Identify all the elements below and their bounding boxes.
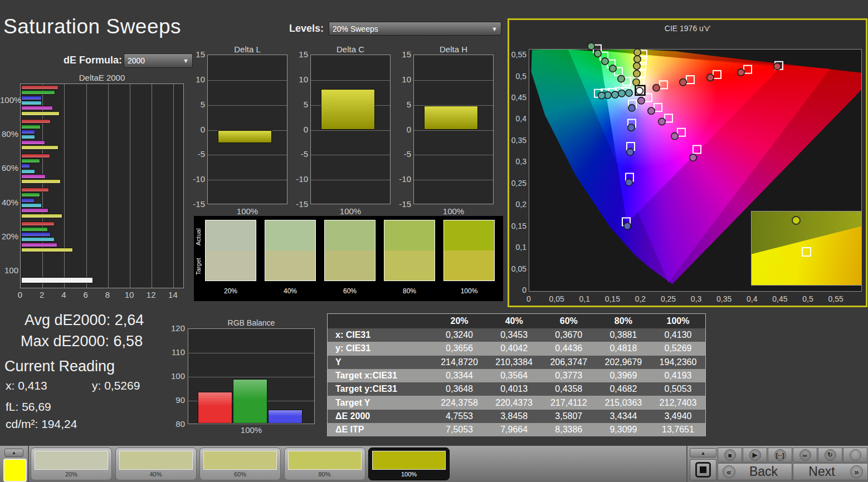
blue-bar xyxy=(21,198,35,203)
delta-c-chart xyxy=(310,55,391,204)
green-measured-point xyxy=(594,50,601,57)
table-cell: 0,4013 xyxy=(487,384,542,394)
table-cell: 0,4042 xyxy=(487,343,542,353)
current-pattern-swatch[interactable] xyxy=(3,459,27,482)
red-target-point xyxy=(713,71,721,78)
table-row: x: CIE310,32400,34530,36700,38810,4130 xyxy=(328,328,705,342)
red-measured-point xyxy=(738,69,744,76)
delta-h-x-label: 100% xyxy=(413,206,494,216)
loop-button[interactable]: ∞ xyxy=(793,447,817,463)
play-icon: ▶ xyxy=(749,449,761,461)
next-button-label: Next xyxy=(793,464,850,479)
window-square-icon xyxy=(695,462,711,478)
gridline xyxy=(173,84,174,288)
next-button[interactable]: Next » xyxy=(793,463,868,480)
y-tick-label: 15 xyxy=(392,50,411,59)
magenta-bar xyxy=(21,208,48,213)
blue-bar xyxy=(21,232,51,237)
yellow-measured-point xyxy=(634,56,641,62)
table-cell: 0,4193 xyxy=(651,371,705,381)
table-cell: 214,8720 xyxy=(432,357,486,367)
swatch-level-label: 100% xyxy=(443,287,495,295)
swatch-level-label: 60% xyxy=(324,287,376,295)
y-tick-label: 5 xyxy=(289,100,308,109)
frame-button[interactable]: [··] xyxy=(768,447,792,463)
blue-measured-point xyxy=(628,124,635,131)
delta-h-bar xyxy=(424,106,478,130)
table-cell: 0,3670 xyxy=(542,330,596,340)
pattern-up-arrow-button[interactable]: ▲ xyxy=(4,449,23,457)
window-up-arrow-button[interactable]: ▲ xyxy=(690,448,716,458)
table-cell: 215,0363 xyxy=(596,398,651,408)
blue-bar xyxy=(21,96,42,100)
target-swatch xyxy=(265,250,315,281)
target-swatch xyxy=(444,250,494,281)
table-cell: 0,4436 xyxy=(542,343,596,353)
red-bar xyxy=(21,154,50,158)
stop-button[interactable]: ■ xyxy=(718,447,742,463)
gridline xyxy=(208,105,287,106)
current-y-value: y: 0,5269 xyxy=(92,379,140,392)
red-target-point xyxy=(744,66,752,73)
magenta-target-point xyxy=(677,129,685,136)
yellow-measured-point xyxy=(633,79,640,86)
gridline xyxy=(152,84,152,288)
cie-x-tick: 0,5 xyxy=(798,294,818,303)
x-tick-label: 0 xyxy=(14,290,26,299)
refresh-button[interactable]: ↻ xyxy=(818,447,842,463)
table-row: Target x:CIE310,33440,35640,37730,39690,… xyxy=(328,369,705,382)
delta-h-chart xyxy=(413,55,494,204)
x-tick-label: 14 xyxy=(167,290,178,299)
x-tick-label: 8 xyxy=(102,290,113,299)
cie-y-tick: 0,1 xyxy=(509,243,526,252)
pattern-swatch xyxy=(288,451,362,470)
cie-y-tick: 0,4 xyxy=(509,114,526,123)
y-tick-label: 0 xyxy=(289,125,308,134)
actual-swatch xyxy=(444,220,494,250)
cie-y-tick: 0,2 xyxy=(509,200,526,209)
up-arrow-icon: ▲ xyxy=(701,450,706,456)
levels-dropdown[interactable]: 20% Sweeps ▼ xyxy=(329,22,501,36)
pattern-button-20%[interactable]: 20% xyxy=(31,447,112,480)
delta-h-title: Delta H xyxy=(413,45,494,54)
rgb-balance-x-label: 100% xyxy=(188,425,315,435)
back-button[interactable]: « Back xyxy=(718,463,792,480)
record-button[interactable] xyxy=(843,447,867,463)
pattern-button-60%[interactable]: 60% xyxy=(199,447,281,480)
table-cell: 0,4130 xyxy=(651,330,705,340)
y-tick-label: 110 xyxy=(165,347,185,357)
pattern-window-button[interactable] xyxy=(690,459,716,480)
magenta-measured-point xyxy=(690,154,696,161)
magenta-bar xyxy=(21,243,57,247)
cie-plot-area xyxy=(529,49,862,292)
pattern-button-100%[interactable]: 100% xyxy=(368,447,450,480)
table-cell: 3,4940 xyxy=(651,411,705,421)
table-row: Target y:CIE310,36480,40130,43580,46820,… xyxy=(328,382,705,396)
row-label: Target Y xyxy=(328,398,432,408)
table-cell: 3,5807 xyxy=(542,411,596,421)
target-swatch xyxy=(325,250,375,281)
white-bar xyxy=(21,277,93,283)
de-formula-dropdown[interactable]: 2000 ▼ xyxy=(124,53,193,68)
y-tick-label: 10 xyxy=(289,75,308,84)
gridline xyxy=(208,155,287,155)
pattern-button-40%[interactable]: 40% xyxy=(115,447,197,480)
pattern-button-80%[interactable]: 80% xyxy=(284,447,365,480)
table-cell: 220,4373 xyxy=(487,398,542,408)
gridline xyxy=(414,180,493,180)
actual-row-label: Actual xyxy=(195,222,204,252)
table-cell: 8,3386 xyxy=(542,425,596,435)
delta-c-bar xyxy=(321,89,375,130)
gridline xyxy=(188,353,314,353)
magenta-bar xyxy=(21,140,45,145)
green-bar xyxy=(21,193,40,197)
yellow-measured-point xyxy=(633,62,640,69)
y-tick-label: -15 xyxy=(392,199,411,209)
gridline xyxy=(208,180,287,180)
target-swatch xyxy=(384,250,435,281)
pattern-label: 40% xyxy=(116,471,196,478)
cyan-bar xyxy=(21,101,42,105)
magenta-measured-point xyxy=(648,107,655,114)
play-button[interactable]: ▶ xyxy=(743,447,767,463)
y-tick-label: -5 xyxy=(186,149,205,159)
